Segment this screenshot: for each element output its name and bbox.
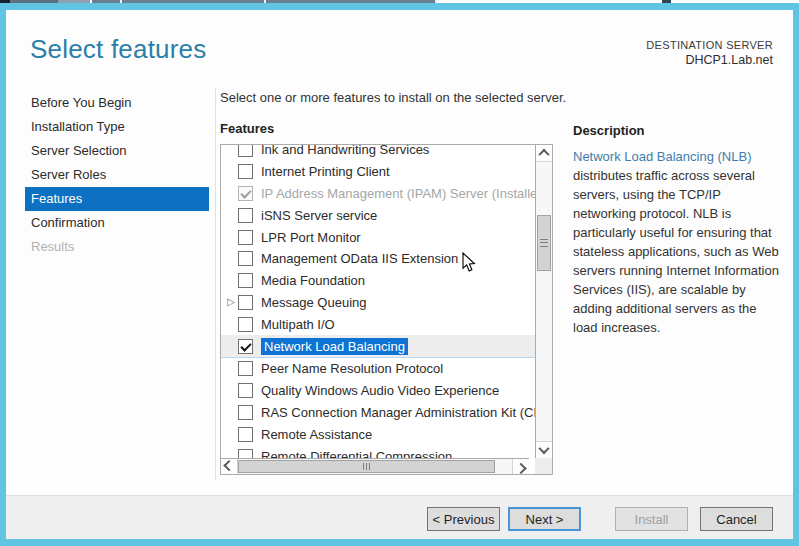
feature-label: IP Address Management (IPAM) Server (Ins…	[261, 186, 535, 201]
scroll-left-icon[interactable]	[221, 459, 238, 474]
sidebar-item-server-roles[interactable]: Server Roles	[25, 163, 209, 187]
expand-arrow-icon[interactable]: ▷	[224, 297, 238, 307]
feature-row[interactable]: Peer Name Resolution Protocol	[221, 358, 535, 380]
sidebar-item-features[interactable]: Features	[25, 187, 209, 211]
features-list-label: Features	[220, 121, 274, 136]
vertical-scrollbar[interactable]	[535, 145, 552, 458]
footer-bar: < Previous Next > Install Cancel	[6, 496, 793, 539]
cancel-button[interactable]: Cancel	[700, 507, 773, 531]
feature-label: Peer Name Resolution Protocol	[261, 361, 443, 376]
feature-row[interactable]: Ink and Handwriting Services	[221, 145, 535, 161]
description-heading: Description	[573, 123, 780, 138]
feature-label: Media Foundation	[261, 273, 365, 288]
instruction-text: Select one or more features to install o…	[220, 90, 566, 105]
feature-checkbox[interactable]	[238, 317, 253, 332]
feature-label: Internet Printing Client	[261, 164, 390, 179]
previous-button[interactable]: < Previous	[427, 507, 500, 531]
destination-server-label: DESTINATION SERVER	[646, 38, 773, 53]
feature-checkbox[interactable]	[238, 164, 253, 179]
feature-label: LPR Port Monitor	[261, 230, 361, 245]
add-features-wizard-dialog: Select features DESTINATION SERVER DHCP1…	[6, 10, 793, 539]
feature-label: RAS Connection Manager Administration Ki…	[261, 405, 535, 420]
sidebar-item-confirmation[interactable]: Confirmation	[25, 211, 209, 235]
feature-checkbox[interactable]	[238, 405, 253, 420]
sidebar-item-results: Results	[25, 235, 209, 259]
feature-label: Network Load Balancing	[261, 338, 408, 355]
feature-checkbox[interactable]	[238, 145, 253, 157]
description-body: distributes traffic across several serve…	[573, 168, 779, 335]
feature-row[interactable]: Remote Assistance	[221, 423, 535, 445]
feature-label: iSNS Server service	[261, 208, 377, 223]
scroll-right-icon[interactable]	[512, 459, 529, 474]
feature-checkbox	[238, 186, 253, 201]
features-listbox: Ink and Handwriting Services Internet Pr…	[220, 144, 553, 475]
vertical-scrollbar-thumb[interactable]	[537, 215, 551, 271]
feature-row[interactable]: ▷Message Queuing	[221, 292, 535, 314]
scroll-up-icon[interactable]	[536, 145, 552, 162]
destination-server-name: DHCP1.Lab.net	[646, 53, 773, 68]
feature-checkbox[interactable]	[238, 339, 253, 354]
next-button[interactable]: Next >	[508, 507, 581, 531]
feature-row[interactable]: Quality Windows Audio Video Experience	[221, 380, 535, 402]
destination-server-block: DESTINATION SERVER DHCP1.Lab.net	[646, 38, 773, 68]
feature-row[interactable]: RAS Connection Manager Administration Ki…	[221, 402, 535, 424]
features-rows-viewport: Ink and Handwriting Services Internet Pr…	[221, 145, 535, 458]
feature-row-selected[interactable]: Network Load Balancing	[221, 335, 535, 358]
feature-label: Remote Assistance	[261, 427, 372, 442]
feature-row: IP Address Management (IPAM) Server (Ins…	[221, 183, 535, 205]
feature-label: Multipath I/O	[261, 317, 335, 332]
install-button: Install	[615, 507, 688, 531]
sidebar-item-server-selection[interactable]: Server Selection	[25, 139, 209, 163]
wizard-steps-nav: Before You Begin Installation Type Serve…	[25, 91, 209, 259]
feature-checkbox[interactable]	[238, 208, 253, 223]
feature-row[interactable]: LPR Port Monitor	[221, 226, 535, 248]
feature-checkbox[interactable]	[238, 449, 253, 458]
feature-checkbox[interactable]	[238, 383, 253, 398]
feature-label: Management OData IIS Extension	[261, 251, 458, 266]
feature-row[interactable]: Management OData IIS Extension	[221, 248, 535, 270]
sidebar-item-before-you-begin[interactable]: Before You Begin	[25, 91, 209, 115]
feature-checkbox[interactable]	[238, 251, 253, 266]
feature-checkbox[interactable]	[238, 273, 253, 288]
feature-label: Remote Differential Compression	[261, 449, 452, 458]
feature-label: Quality Windows Audio Video Experience	[261, 383, 499, 398]
page-title: Select features	[30, 34, 206, 65]
feature-row[interactable]: iSNS Server service	[221, 204, 535, 226]
feature-checkbox[interactable]	[238, 427, 253, 442]
feature-row[interactable]: Internet Printing Client	[221, 161, 535, 183]
horizontal-scrollbar[interactable]	[221, 458, 529, 474]
feature-label: Ink and Handwriting Services	[261, 145, 429, 157]
sidebar-divider	[215, 88, 216, 480]
scroll-down-icon[interactable]	[536, 441, 552, 458]
feature-label: Message Queuing	[261, 295, 367, 310]
feature-checkbox[interactable]	[238, 230, 253, 245]
scrollbar-corner	[535, 458, 552, 474]
feature-row[interactable]: Multipath I/O	[221, 313, 535, 335]
feature-row[interactable]: Media Foundation	[221, 270, 535, 292]
description-text: Network Load Balancing (NLB) distributes…	[573, 147, 780, 337]
description-panel: Description Network Load Balancing (NLB)…	[573, 123, 780, 337]
wizard-window-border: Select features DESTINATION SERVER DHCP1…	[0, 3, 799, 546]
feature-description-link: Network Load Balancing (NLB)	[573, 149, 751, 164]
sidebar-item-installation-type[interactable]: Installation Type	[25, 115, 209, 139]
feature-row[interactable]: Remote Differential Compression	[221, 445, 535, 458]
feature-checkbox[interactable]	[238, 295, 253, 310]
feature-checkbox[interactable]	[238, 361, 253, 376]
horizontal-scrollbar-thumb[interactable]	[238, 460, 495, 473]
